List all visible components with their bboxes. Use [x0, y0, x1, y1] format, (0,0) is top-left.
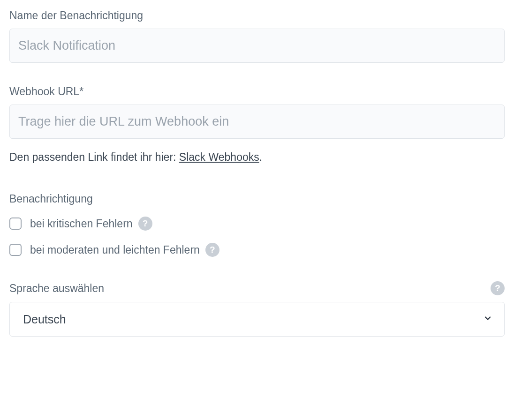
help-icon[interactable]: ? [491, 281, 505, 295]
help-icon[interactable]: ? [138, 217, 152, 231]
notification-section-heading: Benachrichtigung [9, 193, 505, 205]
notification-name-input[interactable] [9, 29, 505, 63]
help-icon[interactable]: ? [205, 243, 219, 257]
webhook-help-suffix: . [259, 151, 262, 163]
webhook-help-text: Den passenden Link findet ihr hier: Slac… [9, 151, 505, 164]
language-select-label: Sprache auswählen [9, 282, 104, 295]
webhook-help-prefix: Den passenden Link findet ihr hier: [9, 151, 179, 163]
critical-errors-label[interactable]: bei kritischen Fehlern [30, 218, 133, 230]
language-select[interactable]: Deutsch [9, 302, 505, 337]
slack-webhooks-link[interactable]: Slack Webhooks [179, 151, 259, 163]
webhook-url-input[interactable] [9, 105, 505, 139]
notification-name-label: Name der Benachrichtigung [9, 9, 505, 22]
webhook-url-label: Webhook URL* [9, 85, 505, 98]
moderate-errors-label[interactable]: bei moderaten und leichten Fehlern [30, 244, 200, 256]
moderate-errors-checkbox[interactable] [9, 244, 22, 256]
critical-errors-checkbox[interactable] [9, 218, 22, 230]
